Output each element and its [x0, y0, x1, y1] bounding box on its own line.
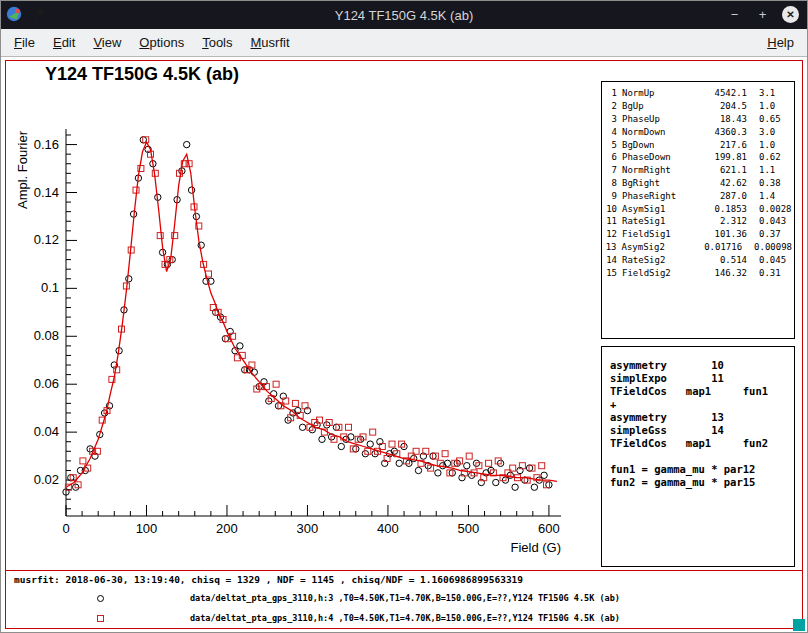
- param-row: 9PhaseRight287.01.4: [604, 189, 792, 202]
- param-row: 10AsymSig10.18530.0028: [604, 202, 792, 215]
- param-row: 15FieldSig2146.320.31: [604, 266, 792, 279]
- param-row: 1NormUp4542.13.1: [604, 87, 792, 100]
- app-icon[interactable]: [6, 6, 23, 23]
- x-axis-title: Field (G): [510, 540, 561, 555]
- y-axis-title: Ampl. Fourier: [15, 130, 30, 209]
- svg-text:400: 400: [377, 521, 399, 536]
- legend-text: data/deltat_pta_gps_3110,h:4 ,T0=4.50K,T…: [190, 613, 620, 623]
- window-controls: −+✕: [726, 6, 799, 23]
- theory-text: asymmetry 10 simplExpo 11 TFieldCos map1…: [610, 359, 786, 489]
- legend-row: data/deltat_pta_gps_3110,h:4 ,T0=4.50K,T…: [5, 608, 803, 628]
- pad-separator: [5, 570, 803, 571]
- menu-view[interactable]: View: [84, 30, 130, 55]
- menu-edit[interactable]: Edit: [44, 30, 84, 55]
- param-row: 4NormDown4360.33.0: [604, 125, 792, 138]
- menu-musrfit[interactable]: Musrfit: [242, 30, 299, 55]
- param-row: 12FieldSig1101.360.37: [604, 228, 792, 241]
- svg-text:100: 100: [136, 521, 158, 536]
- param-row: 8BgRight42.620.38: [604, 177, 792, 190]
- resize-grip[interactable]: [793, 619, 805, 631]
- fit-info: musrfit: 2018-06-30, 13:19:40, chisq = 1…: [14, 574, 523, 585]
- param-row: 11RateSig12.3120.043: [604, 215, 792, 228]
- svg-text:0: 0: [62, 521, 69, 536]
- series-data-h-4-down-: [65, 137, 549, 490]
- param-row: 7NormRight621.11.1: [604, 164, 792, 177]
- param-row: 2BgUp204.51.0: [604, 100, 792, 113]
- window-title: Y124 TF150G 4.5K (ab): [1, 8, 807, 23]
- theory-box: asymmetry 10 simplExpo 11 TFieldCos map1…: [601, 346, 795, 567]
- param-row: 5BgDown217.61.0: [604, 138, 792, 151]
- series-fit: [66, 142, 557, 487]
- menubar-right: Help: [758, 30, 803, 55]
- legend-text: data/deltat_pta_gps_3110,h:3 ,T0=4.50K,T…: [190, 593, 620, 603]
- close-button[interactable]: ✕: [782, 6, 799, 23]
- svg-text:500: 500: [458, 521, 480, 536]
- legend: data/deltat_pta_gps_3110,h:3 ,T0=4.50K,T…: [5, 588, 803, 628]
- svg-text:300: 300: [297, 521, 319, 536]
- menubar: FileEditViewOptionsToolsMusrfit Help: [1, 29, 807, 57]
- svg-text:200: 200: [216, 521, 238, 536]
- param-row: 14RateSig20.5140.045: [604, 253, 792, 266]
- titlebar[interactable]: Y124 TF150G 4.5K (ab) −+✕: [1, 1, 807, 29]
- menu-file[interactable]: File: [5, 30, 44, 55]
- svg-text:0.02: 0.02: [34, 472, 59, 487]
- svg-text:0.12: 0.12: [34, 232, 59, 247]
- plot-title: Y124 TF150G 4.5K (ab): [45, 64, 239, 85]
- menu-options[interactable]: Options: [130, 30, 193, 55]
- legend-row: data/deltat_pta_gps_3110,h:3 ,T0=4.50K,T…: [5, 588, 803, 608]
- svg-text:600: 600: [538, 521, 560, 536]
- param-row: 6PhaseDown199.810.62: [604, 151, 792, 164]
- parameter-box: 1NormUp4542.13.12BgUp204.51.03PhaseUp18.…: [601, 81, 795, 339]
- titlebar-icons: [6, 6, 46, 23]
- svg-text:0.06: 0.06: [34, 376, 59, 391]
- menu-tools[interactable]: Tools: [193, 30, 241, 55]
- svg-text:0.04: 0.04: [34, 424, 59, 439]
- param-row: 3PhaseUp18.430.65: [604, 113, 792, 126]
- svg-text:0.08: 0.08: [34, 328, 59, 343]
- legend-marker-circle: [97, 595, 104, 602]
- menubar-left: FileEditViewOptionsToolsMusrfit: [5, 30, 299, 55]
- app-window: Y124 TF150G 4.5K (ab) −+✕ FileEditViewOp…: [0, 0, 808, 633]
- minimize-button[interactable]: −: [726, 6, 743, 23]
- root-canvas[interactable]: Y124 TF150G 4.5K (ab) 010020030040050060…: [1, 57, 807, 632]
- chart-axes: 01002003004005006000.020.040.060.080.10.…: [15, 129, 561, 555]
- svg-text:0.1: 0.1: [41, 280, 59, 295]
- svg-text:0.16: 0.16: [34, 137, 59, 152]
- legend-marker-square: [97, 615, 104, 622]
- param-rows: 1NormUp4542.13.12BgUp204.51.03PhaseUp18.…: [604, 87, 792, 279]
- maximize-button[interactable]: +: [754, 6, 771, 23]
- svg-text:0.14: 0.14: [34, 185, 59, 200]
- param-row: 13AsymSig20.017160.00098: [604, 241, 792, 254]
- fourier-chart[interactable]: 01002003004005006000.020.040.060.080.10.…: [11, 101, 596, 566]
- pin-icon[interactable]: [30, 7, 46, 23]
- menu-help[interactable]: Help: [758, 30, 803, 55]
